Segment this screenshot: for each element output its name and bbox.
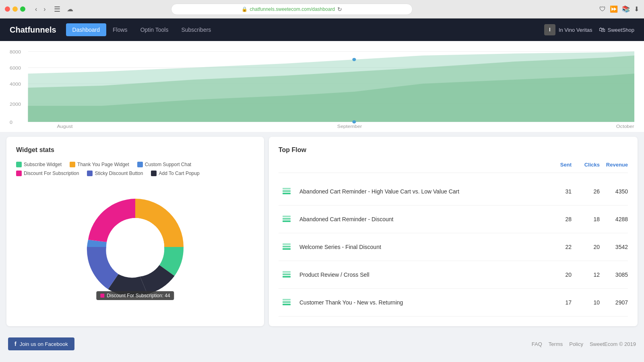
nav-subscribers[interactable]: Subscribers xyxy=(175,23,217,36)
svg-rect-21 xyxy=(283,193,291,194)
legend-color-support xyxy=(137,162,143,167)
svg-point-18 xyxy=(106,218,164,276)
svg-rect-32 xyxy=(283,301,291,303)
legend-label-support: Custom Support Chat xyxy=(145,162,191,167)
svg-text:October: October xyxy=(616,124,634,129)
flow-clicks-2: 18 xyxy=(572,216,600,222)
legend-item-thankyou: Thank You Page Widget xyxy=(70,162,129,167)
legend-label-addtocart: Add To Cart Popup xyxy=(159,171,199,176)
nav-dashboard[interactable]: Dashboard xyxy=(66,23,107,36)
flow-sent-2: 28 xyxy=(543,216,572,222)
chart-section: 8000 6000 4000 2000 0 xyxy=(0,41,644,132)
nav-flows[interactable]: Flows xyxy=(106,23,134,36)
extension-icon-4[interactable]: ⬇ xyxy=(634,5,639,13)
flow-row-5: Customer Thank You - New vs. Returning 1… xyxy=(279,289,628,317)
svg-text:0: 0 xyxy=(10,120,12,125)
flow-name-2: Abandoned Cart Reminder - Discount xyxy=(295,216,543,222)
flow-sent-5: 17 xyxy=(543,299,572,306)
header-right: I In Vino Veritas 🛍 SweetShop xyxy=(544,24,634,35)
svg-text:August: August xyxy=(57,124,73,129)
sidebar-toggle-button[interactable]: ☰ xyxy=(54,5,60,14)
layers-icon-3 xyxy=(281,241,292,253)
svg-rect-20 xyxy=(283,190,291,192)
terms-link[interactable]: Terms xyxy=(549,341,563,347)
svg-point-13 xyxy=(352,58,356,61)
svg-rect-31 xyxy=(283,299,291,300)
page-footer: f Join us on Facebook FAQ Terms Policy S… xyxy=(0,331,644,357)
legend: Subscribe Widget Thank You Page Widget C… xyxy=(16,162,254,176)
svg-rect-28 xyxy=(283,271,291,273)
browser-chrome: ‹ › ☰ ☁ 🔒 chatfunnels.sweetecom.com/dash… xyxy=(0,0,644,19)
flow-row-4: Product Review / Cross Sell 20 12 3085 xyxy=(279,261,628,289)
forward-button[interactable]: › xyxy=(41,5,48,14)
faq-link[interactable]: FAQ xyxy=(532,341,542,347)
minimize-button[interactable] xyxy=(12,6,18,12)
donut-chart xyxy=(75,187,196,307)
flow-name-4: Product Review / Cross Sell xyxy=(295,272,543,278)
svg-rect-29 xyxy=(283,274,291,275)
facebook-button[interactable]: f Join us on Facebook xyxy=(8,337,74,350)
tooltip-color xyxy=(100,294,104,298)
widget-stats-card: Widget stats Subscribe Widget Thank You … xyxy=(6,137,264,326)
legend-item-sticky: Sticky Discount Button xyxy=(87,171,143,176)
cloud-button[interactable]: ☁ xyxy=(64,4,76,14)
legend-color-sticky xyxy=(87,171,93,176)
svg-rect-23 xyxy=(283,218,291,220)
svg-text:6000: 6000 xyxy=(10,66,21,71)
flow-icon-3 xyxy=(279,239,295,255)
donut-chart-wrapper: Discount For Subscription: 44 xyxy=(16,183,254,311)
layers-icon-2 xyxy=(281,214,292,225)
maximize-button[interactable] xyxy=(20,6,25,12)
legend-label-sticky: Sticky Discount Button xyxy=(95,171,143,176)
browser-right-icons: 🛡 ⏩ 📚 ⬇ xyxy=(599,5,639,13)
flow-revenue-1: 4350 xyxy=(600,188,628,195)
facebook-icon: f xyxy=(14,341,17,347)
top-flow-title: Top Flow xyxy=(279,146,628,154)
flow-revenue-2: 4288 xyxy=(600,216,628,222)
app-logo: Chatfunnels xyxy=(10,25,56,35)
url-text: chatfunnels.sweetecom.com/dashboard xyxy=(250,6,335,12)
flow-clicks-1: 26 xyxy=(572,188,600,195)
footer-links: FAQ Terms Policy SweetEcom © 2019 xyxy=(532,341,636,347)
bottom-section: Widget stats Subscribe Widget Thank You … xyxy=(6,137,638,326)
flow-row-1: Abandoned Cart Reminder - High Value Car… xyxy=(279,178,628,206)
layers-icon-5 xyxy=(281,297,292,308)
legend-color-thankyou xyxy=(70,162,75,167)
flow-revenue-5: 2907 xyxy=(600,299,628,306)
flow-name-3: Welcome Series - Final Discount xyxy=(295,244,543,250)
extension-icon-3[interactable]: 📚 xyxy=(622,5,630,13)
back-button[interactable]: ‹ xyxy=(33,5,39,14)
header-clicks: Clicks xyxy=(572,162,600,168)
shop-icon: 🛍 xyxy=(599,26,605,33)
tooltip-text: Discount For Subscription: 44 xyxy=(107,293,170,298)
copyright-text: SweetEcom © 2019 xyxy=(590,341,636,347)
flow-icon-2 xyxy=(279,211,295,227)
reload-button[interactable]: ↻ xyxy=(337,6,342,12)
address-bar[interactable]: 🔒 chatfunnels.sweetecom.com/dashboard ↻ xyxy=(171,4,413,15)
close-button[interactable] xyxy=(5,6,10,12)
ssl-icon: 🔒 xyxy=(242,6,248,12)
legend-color-discount xyxy=(16,171,22,176)
facebook-button-label: Join us on Facebook xyxy=(20,341,68,347)
extension-icon-1[interactable]: 🛡 xyxy=(599,5,606,13)
user-avatar: I xyxy=(544,24,555,35)
shop-name: SweetShop xyxy=(608,27,635,33)
flow-icon-1 xyxy=(279,183,295,200)
svg-rect-22 xyxy=(283,216,291,217)
policy-link[interactable]: Policy xyxy=(569,341,583,347)
extension-icon-2[interactable]: ⏩ xyxy=(610,5,618,13)
flow-name-1: Abandoned Cart Reminder - High Value Car… xyxy=(295,188,543,195)
svg-rect-33 xyxy=(283,304,291,305)
flow-table-header: Sent Clicks Revenue xyxy=(279,162,628,173)
flow-clicks-5: 10 xyxy=(572,299,600,306)
legend-label-thankyou: Thank You Page Widget xyxy=(77,162,129,167)
legend-label-subscribe: Subscribe Widget xyxy=(24,162,62,167)
nav-optin-tools[interactable]: Optin Tools xyxy=(134,23,175,36)
flow-revenue-4: 3085 xyxy=(600,272,628,278)
svg-rect-27 xyxy=(283,248,291,250)
flow-name-5: Customer Thank You - New vs. Returning xyxy=(295,299,543,306)
user-name: In Vino Veritas xyxy=(559,27,592,33)
flow-icon-5 xyxy=(279,294,295,311)
legend-item-addtocart: Add To Cart Popup xyxy=(151,171,199,176)
svg-text:September: September xyxy=(337,124,362,129)
